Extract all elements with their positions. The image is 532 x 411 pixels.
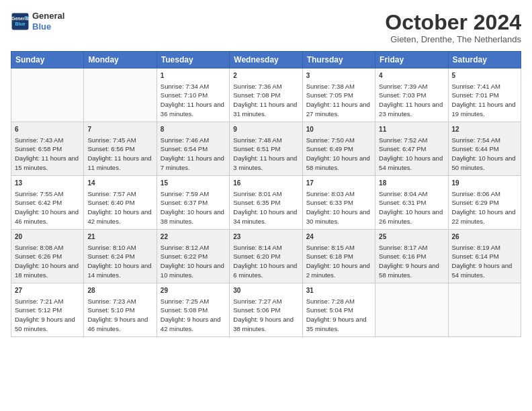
day-number: 25 (379, 232, 444, 242)
day-info: Daylight: 11 hours and 27 minutes. (306, 100, 371, 119)
calendar-cell: 8Sunrise: 7:46 AMSunset: 6:54 PMDaylight… (157, 122, 229, 176)
day-info: Sunset: 6:33 PM (306, 198, 371, 208)
calendar-cell: 10Sunrise: 7:50 AMSunset: 6:49 PMDayligh… (302, 122, 375, 176)
day-number: 27 (15, 286, 80, 296)
day-info: Sunset: 6:40 PM (87, 198, 152, 208)
day-number: 16 (233, 179, 298, 189)
calendar-cell (11, 68, 84, 122)
day-header-sunday: Sunday (11, 52, 84, 68)
day-info: Daylight: 11 hours and 15 minutes. (15, 154, 80, 173)
day-info: Sunrise: 7:48 AM (233, 136, 298, 145)
day-info: Sunrise: 7:36 AM (233, 82, 298, 91)
calendar-cell: 24Sunrise: 8:15 AMSunset: 6:18 PMDayligh… (302, 230, 375, 283)
week-row-4: 20Sunrise: 8:08 AMSunset: 6:26 PMDayligh… (11, 230, 521, 283)
day-number: 4 (379, 71, 444, 81)
day-info: Sunrise: 8:10 AM (87, 243, 152, 253)
day-info: Sunset: 6:51 PM (233, 144, 298, 154)
day-number: 22 (161, 232, 226, 242)
calendar-cell: 7Sunrise: 7:45 AMSunset: 6:56 PMDaylight… (84, 122, 157, 176)
day-info: Sunset: 6:35 PM (233, 198, 298, 208)
day-header-saturday: Saturday (448, 52, 521, 68)
day-number: 2 (233, 71, 298, 81)
day-info: Sunrise: 8:19 AM (452, 243, 517, 253)
logo: General Blue General Blue (11, 11, 64, 32)
day-info: Sunrise: 7:25 AM (161, 297, 226, 306)
calendar-cell: 15Sunrise: 7:59 AMSunset: 6:37 PMDayligh… (157, 176, 229, 230)
day-number: 5 (452, 71, 517, 81)
logo-icon: General Blue (11, 12, 30, 31)
calendar-cell (448, 283, 521, 337)
day-number: 12 (452, 125, 517, 135)
calendar-cell: 16Sunrise: 8:01 AMSunset: 6:35 PMDayligh… (230, 176, 302, 230)
day-info: Sunset: 6:56 PM (87, 144, 152, 154)
day-info: Sunrise: 8:08 AM (15, 243, 80, 253)
day-info: Sunrise: 8:12 AM (161, 243, 226, 253)
calendar-cell: 18Sunrise: 8:04 AMSunset: 6:31 PMDayligh… (375, 176, 448, 230)
day-info: Sunrise: 8:01 AM (233, 189, 298, 199)
day-info: Sunrise: 8:15 AM (306, 243, 371, 253)
day-info: Daylight: 10 hours and 10 minutes. (161, 261, 226, 280)
day-info: Daylight: 10 hours and 30 minutes. (306, 208, 371, 226)
calendar-cell: 22Sunrise: 8:12 AMSunset: 6:22 PMDayligh… (157, 230, 229, 283)
day-info: Daylight: 10 hours and 18 minutes. (15, 261, 80, 280)
month-title: October 2024 (385, 11, 521, 34)
calendar-cell: 26Sunrise: 8:19 AMSunset: 6:14 PMDayligh… (448, 230, 521, 283)
calendar-cell: 9Sunrise: 7:48 AMSunset: 6:51 PMDaylight… (230, 122, 302, 176)
calendar-cell: 1Sunrise: 7:34 AMSunset: 7:10 PMDaylight… (157, 68, 229, 122)
day-info: Sunrise: 7:23 AM (87, 297, 152, 306)
day-number: 17 (306, 179, 371, 189)
calendar-cell: 30Sunrise: 7:27 AMSunset: 5:06 PMDayligh… (230, 283, 302, 337)
day-info: Daylight: 10 hours and 26 minutes. (379, 208, 444, 226)
day-info: Sunrise: 7:41 AM (452, 82, 517, 91)
day-number: 28 (87, 286, 152, 296)
day-info: Sunrise: 7:50 AM (306, 136, 371, 145)
day-info: Daylight: 9 hours and 35 minutes. (306, 315, 371, 334)
calendar-cell: 17Sunrise: 8:03 AMSunset: 6:33 PMDayligh… (302, 176, 375, 230)
calendar-cell: 23Sunrise: 8:14 AMSunset: 6:20 PMDayligh… (230, 230, 302, 283)
day-number: 15 (161, 179, 226, 189)
page: General Blue General Blue October 2024 G… (0, 0, 532, 411)
day-info: Daylight: 9 hours and 42 minutes. (161, 315, 226, 334)
day-info: Sunset: 6:22 PM (161, 252, 226, 261)
title-section: October 2024 Gieten, Drenthe, The Nether… (385, 11, 521, 44)
day-info: Sunset: 5:08 PM (161, 306, 226, 315)
day-info: Sunset: 6:42 PM (15, 198, 80, 208)
day-info: Sunrise: 8:14 AM (233, 243, 298, 253)
day-info: Sunset: 7:05 PM (306, 91, 371, 100)
day-info: Sunrise: 7:59 AM (161, 189, 226, 199)
day-info: Daylight: 11 hours and 19 minutes. (452, 100, 517, 119)
calendar-cell (84, 68, 157, 122)
day-info: Daylight: 9 hours and 58 minutes. (379, 261, 444, 280)
day-number: 8 (161, 125, 226, 135)
day-info: Sunset: 5:06 PM (233, 306, 298, 315)
day-info: Daylight: 10 hours and 46 minutes. (15, 208, 80, 226)
day-info: Sunset: 6:20 PM (233, 252, 298, 261)
day-info: Sunrise: 8:17 AM (379, 243, 444, 253)
day-info: Sunset: 5:04 PM (306, 306, 371, 315)
day-info: Sunrise: 7:57 AM (87, 189, 152, 199)
day-info: Sunset: 6:18 PM (306, 252, 371, 261)
location: Gieten, Drenthe, The Netherlands (385, 34, 521, 44)
day-number: 31 (306, 286, 371, 296)
day-info: Sunset: 6:16 PM (379, 252, 444, 261)
day-info: Daylight: 10 hours and 14 minutes. (87, 261, 152, 280)
day-info: Sunset: 6:47 PM (379, 144, 444, 154)
day-number: 6 (15, 125, 80, 135)
day-info: Daylight: 10 hours and 2 minutes. (306, 261, 371, 280)
day-info: Sunrise: 7:54 AM (452, 136, 517, 145)
day-info: Sunrise: 7:46 AM (161, 136, 226, 145)
day-info: Sunrise: 7:43 AM (15, 136, 80, 145)
day-number: 29 (161, 286, 226, 296)
day-info: Daylight: 9 hours and 38 minutes. (233, 315, 298, 334)
day-number: 18 (379, 179, 444, 189)
day-info: Sunset: 7:08 PM (233, 91, 298, 100)
day-info: Daylight: 10 hours and 54 minutes. (379, 154, 444, 173)
day-info: Daylight: 10 hours and 42 minutes. (87, 208, 152, 226)
day-number: 13 (15, 179, 80, 189)
day-info: Sunset: 6:37 PM (161, 198, 226, 208)
day-number: 20 (15, 232, 80, 242)
day-info: Sunset: 5:10 PM (87, 306, 152, 315)
day-number: 14 (87, 179, 152, 189)
logo-general: General (32, 11, 64, 21)
day-info: Sunset: 7:01 PM (452, 91, 517, 100)
